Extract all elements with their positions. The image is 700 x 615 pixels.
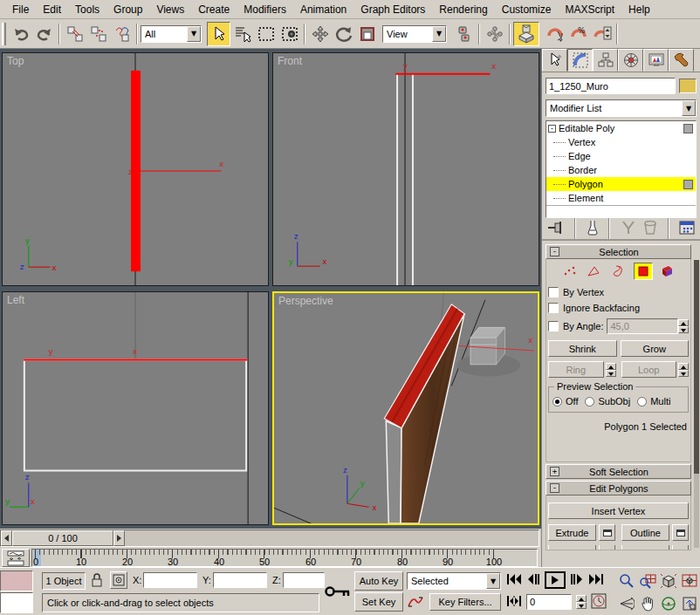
undo-button[interactable] bbox=[9, 22, 32, 46]
outline-settings-button[interactable] bbox=[672, 524, 689, 541]
menu-file[interactable]: File bbox=[5, 1, 36, 18]
window-crossing-toggle-button[interactable] bbox=[278, 22, 301, 46]
polygon-subobject-button[interactable] bbox=[634, 263, 653, 280]
frame-spinner[interactable] bbox=[576, 595, 587, 609]
panel-scrollbar-track[interactable] bbox=[694, 260, 699, 548]
viewport-label[interactable]: Top bbox=[7, 55, 24, 67]
field-of-view-button[interactable] bbox=[616, 592, 637, 615]
tab-utilities[interactable] bbox=[669, 49, 694, 72]
preview-subobj-radio[interactable]: SubObj bbox=[585, 396, 630, 407]
selection-lock-toggle[interactable] bbox=[91, 572, 103, 590]
vertex-subobject-button[interactable] bbox=[560, 263, 580, 280]
previous-frame-button[interactable] bbox=[526, 573, 540, 587]
remove-modifier-button[interactable] bbox=[643, 220, 657, 237]
outline-button[interactable]: Outline bbox=[621, 524, 669, 541]
current-frame-field[interactable]: 0 bbox=[526, 594, 572, 610]
reference-coordinate-dropdown[interactable]: View▼ bbox=[382, 25, 447, 43]
zoom-all-button[interactable] bbox=[637, 570, 658, 592]
select-and-move-button[interactable] bbox=[308, 22, 332, 46]
spinner-snap-toggle-button[interactable] bbox=[590, 22, 614, 46]
viewport-top[interactable]: z x y x z Top bbox=[2, 52, 269, 286]
zoom-extents-all-button[interactable] bbox=[679, 570, 700, 592]
object-name-field[interactable]: 1_1250_Muro bbox=[546, 78, 676, 94]
stack-item-vertex[interactable]: Vertex bbox=[546, 135, 696, 149]
border-subobject-button[interactable] bbox=[609, 263, 628, 280]
by-vertex-checkbox[interactable] bbox=[548, 287, 559, 297]
zoom-button[interactable] bbox=[616, 570, 637, 592]
extrude-button[interactable]: Extrude bbox=[548, 524, 596, 541]
show-end-result-button[interactable] bbox=[587, 220, 599, 237]
menu-graph-editors[interactable]: Graph Editors bbox=[353, 1, 432, 18]
preview-off-radio[interactable]: Off bbox=[552, 396, 578, 407]
loop-button[interactable]: Loop bbox=[621, 361, 677, 378]
by-angle-field[interactable]: 45,0 bbox=[607, 318, 678, 334]
auto-key-button[interactable]: Auto Key bbox=[354, 571, 403, 591]
extrude-settings-button[interactable] bbox=[599, 524, 615, 541]
maxscript-listener-pink[interactable] bbox=[0, 571, 33, 591]
time-slider-thumb[interactable]: 0 / 100 bbox=[12, 530, 113, 546]
y-coordinate-input[interactable] bbox=[213, 572, 267, 588]
ring-button[interactable]: Ring bbox=[548, 361, 604, 378]
stack-onoff-toggle[interactable] bbox=[683, 180, 693, 189]
angle-snap-toggle-button[interactable] bbox=[543, 22, 566, 46]
menu-customize[interactable]: Customize bbox=[495, 1, 559, 18]
by-angle-checkbox[interactable] bbox=[548, 321, 559, 331]
toolbar-grip[interactable] bbox=[2, 23, 6, 45]
background-box-object[interactable] bbox=[470, 327, 504, 364]
absolute-mode-transform-button[interactable] bbox=[110, 571, 127, 589]
select-and-link-button[interactable] bbox=[63, 22, 86, 46]
tab-modify[interactable] bbox=[567, 49, 593, 72]
viewport-label[interactable]: Perspective bbox=[278, 295, 333, 307]
clipped-button[interactable] bbox=[621, 545, 669, 550]
stack-item-border[interactable]: Border bbox=[546, 163, 696, 177]
pin-stack-button[interactable] bbox=[547, 221, 565, 236]
tab-create[interactable] bbox=[542, 49, 567, 72]
next-frame-button[interactable] bbox=[570, 573, 584, 587]
rollout-header-selection[interactable]: -Selection bbox=[546, 244, 691, 259]
stack-item-element[interactable]: Element bbox=[546, 191, 696, 205]
tab-hierarchy[interactable] bbox=[593, 49, 618, 72]
viewport-front[interactable]: y x z y x Front bbox=[272, 52, 539, 286]
arc-rotate-button[interactable] bbox=[658, 592, 679, 615]
time-slider-next-button[interactable] bbox=[113, 530, 125, 546]
preview-multi-radio[interactable]: Multi bbox=[637, 396, 670, 407]
clipped-button[interactable] bbox=[672, 545, 689, 550]
rollout-header-soft-selection[interactable]: +Soft Selection bbox=[546, 464, 691, 479]
menu-group[interactable]: Group bbox=[106, 1, 149, 18]
menu-tools[interactable]: Tools bbox=[68, 1, 106, 18]
menu-animation[interactable]: Animation bbox=[293, 1, 353, 18]
menu-maxscript[interactable]: MAXScript bbox=[558, 1, 621, 18]
redo-button[interactable] bbox=[32, 22, 56, 46]
ring-spinner[interactable] bbox=[606, 363, 616, 377]
panel-scrollbar-thumb[interactable] bbox=[694, 260, 699, 474]
edge-subobject-button[interactable] bbox=[585, 263, 604, 280]
menu-rendering[interactable]: Rendering bbox=[432, 1, 494, 18]
x-coordinate-input[interactable] bbox=[143, 572, 197, 588]
key-mode-toggle-button[interactable] bbox=[506, 595, 522, 609]
viewport-perspective[interactable]: x z y x Perspective bbox=[272, 291, 539, 525]
stack-item-polygon[interactable]: Polygon bbox=[546, 177, 696, 191]
tab-display[interactable] bbox=[643, 49, 669, 72]
select-and-manipulate-button[interactable] bbox=[483, 22, 506, 46]
snaps-toggle-button[interactable] bbox=[513, 22, 539, 46]
stack-onoff-toggle[interactable] bbox=[683, 124, 693, 133]
percent-snap-toggle-button[interactable]: % bbox=[566, 22, 590, 46]
rollout-header-edit-polygons[interactable]: -Edit Polygons bbox=[546, 481, 691, 495]
track-bar-ruler[interactable]: 0 10 20 30 40 50 60 70 80 90 100 bbox=[31, 549, 538, 567]
go-to-end-button[interactable] bbox=[588, 573, 604, 587]
menu-help[interactable]: Help bbox=[621, 1, 657, 18]
use-pivot-point-center-button[interactable] bbox=[452, 22, 476, 46]
maximize-viewport-toggle-button[interactable] bbox=[679, 592, 700, 615]
element-subobject-button[interactable] bbox=[658, 263, 677, 280]
select-and-scale-button[interactable] bbox=[355, 22, 379, 46]
wall-object-perspective[interactable] bbox=[384, 304, 464, 523]
configure-modifier-sets-button[interactable] bbox=[679, 221, 695, 236]
menu-create[interactable]: Create bbox=[191, 1, 237, 18]
rectangular-selection-region-button[interactable] bbox=[254, 22, 278, 46]
object-color-swatch[interactable] bbox=[679, 79, 697, 93]
select-by-name-button[interactable] bbox=[230, 22, 254, 46]
viewport-label[interactable]: Left bbox=[7, 294, 24, 306]
by-angle-spinner[interactable] bbox=[678, 319, 689, 333]
select-and-rotate-button[interactable] bbox=[332, 22, 355, 46]
time-slider-prev-button[interactable] bbox=[1, 530, 12, 546]
